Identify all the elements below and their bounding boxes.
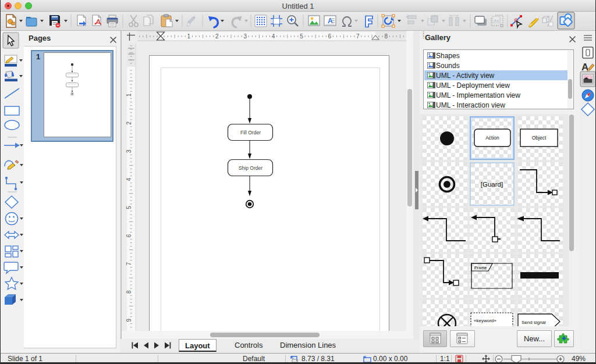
svg-text:3: 3 [243, 33, 247, 40]
svg-text:[Guard]: [Guard] [481, 181, 503, 188]
svg-text:«keyword»: «keyword» [474, 318, 496, 323]
svg-text:6: 6 [126, 234, 132, 237]
svg-text:4: 4 [272, 33, 275, 40]
svg-text:Action: Action [485, 135, 499, 141]
svg-text:6: 6 [328, 33, 332, 40]
svg-text:1: 1 [126, 93, 132, 97]
svg-text:Send signal: Send signal [522, 320, 546, 325]
svg-text:3: 3 [126, 149, 132, 153]
svg-text:2: 2 [126, 122, 132, 125]
svg-text:4: 4 [126, 177, 132, 181]
svg-text:9: 9 [126, 318, 132, 322]
svg-text:5: 5 [300, 33, 303, 40]
svg-text:7: 7 [356, 33, 360, 40]
svg-text:5: 5 [126, 206, 132, 209]
svg-text:Object: Object [532, 135, 547, 141]
svg-text:Frame: Frame [474, 265, 487, 270]
svg-text:1: 1 [187, 33, 191, 40]
svg-text:7: 7 [126, 262, 132, 266]
svg-text:8: 8 [126, 290, 132, 294]
svg-text:8: 8 [384, 33, 388, 40]
svg-text:2: 2 [215, 33, 219, 40]
